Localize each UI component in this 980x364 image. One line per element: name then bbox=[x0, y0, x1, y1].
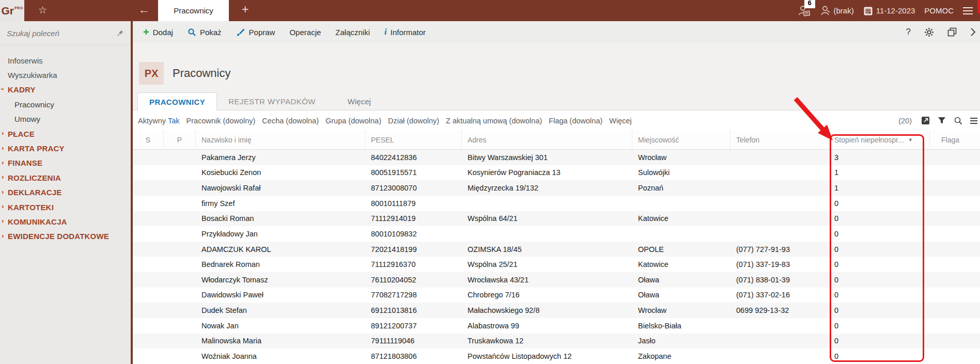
cell-disability-degree: 1 bbox=[829, 168, 930, 177]
table-row[interactable]: ADAMCZUK KAROL 72021418199 OZIMSKA 18/45… bbox=[133, 242, 980, 257]
sidebar-item[interactable]: PŁACE bbox=[0, 126, 131, 141]
cell-name: Malinowska Maria bbox=[196, 337, 365, 345]
filter-item[interactable]: AktywnyTak bbox=[138, 117, 180, 125]
search-list-icon[interactable] bbox=[954, 116, 962, 125]
table-row[interactable]: Nawojowski Rafał 87123008070 Międzyrzeck… bbox=[133, 180, 980, 196]
command-search-row bbox=[0, 21, 131, 45]
sidebar-item[interactable]: Umowy bbox=[0, 112, 131, 126]
app-logo-text: GrPRO bbox=[1, 5, 23, 16]
column-header-pesel[interactable]: PESEL bbox=[365, 131, 462, 149]
help-menu[interactable]: POMOC bbox=[924, 6, 954, 15]
cell-city: OPOLE bbox=[632, 245, 730, 254]
sidebar-item[interactable]: KADRY bbox=[0, 83, 131, 97]
filter-item[interactable]: Flaga (dowolna) bbox=[549, 117, 602, 125]
windows-icon[interactable] bbox=[947, 27, 957, 37]
table-row[interactable]: Dudek Stefan 69121013816 Małachowskiego … bbox=[133, 303, 980, 318]
sidebar-item[interactable]: Infoserwis bbox=[0, 53, 131, 68]
sidebar-item[interactable]: FINANSE bbox=[0, 156, 131, 170]
table-row[interactable]: Włodarczyk Tomasz 76110204052 Wrocławska… bbox=[133, 272, 980, 288]
sidebar-item[interactable]: DEKLARACJE bbox=[0, 185, 131, 200]
filter-item[interactable]: Więcej bbox=[609, 117, 632, 125]
table-row[interactable]: Pakamera Jerzy 84022412836 Bitwy Warszaw… bbox=[133, 150, 980, 165]
back-arrow-icon[interactable]: ← bbox=[138, 3, 150, 17]
column-header-disability-degree[interactable]: Stopień niepełnospr... ▼ bbox=[829, 131, 930, 149]
view-tab[interactable]: PRACOWNICY bbox=[137, 92, 217, 110]
sidebar-item[interactable]: EWIDENCJE DODATKOWE bbox=[0, 229, 131, 244]
calendar-icon bbox=[863, 6, 873, 16]
attachments-menu[interactable]: Załączniki bbox=[335, 28, 370, 37]
filter-item[interactable]: Z aktualną umową (dowolna) bbox=[446, 117, 542, 125]
operations-menu[interactable]: Operacje bbox=[289, 28, 321, 37]
view-tab[interactable]: REJESTR WYPADKÓW bbox=[217, 92, 327, 110]
table-row[interactable]: Bednarek Roman 71112916370 Wspólna 25/21… bbox=[133, 257, 980, 272]
view-tab[interactable]: Więcej bbox=[336, 92, 382, 110]
table-row[interactable]: Nowak Jan 89121200737 Alabastrowa 99 Bie… bbox=[133, 318, 980, 334]
app-logo[interactable]: GrPRO bbox=[0, 0, 24, 21]
record-count: (20) bbox=[898, 117, 912, 125]
sidebar-item[interactable]: Pracownicy bbox=[0, 97, 131, 112]
sidebar-item[interactable]: Wyszukiwarka bbox=[0, 68, 131, 82]
table-row[interactable]: Woźniak Joanna 87121803806 Powstańców Li… bbox=[133, 349, 980, 364]
cell-address: Truskawkowa 12 bbox=[462, 337, 632, 345]
help-icon[interactable]: ? bbox=[906, 27, 911, 37]
cell-phone: (071) 337-02-16 bbox=[730, 291, 829, 299]
sidebar-item[interactable]: KOMUNIKACJA bbox=[0, 214, 131, 229]
sidebar-nav: Infoserwis Wyszukiwarka KADRY Pracownicy… bbox=[0, 45, 131, 244]
cell-disability-degree: 0 bbox=[829, 306, 930, 314]
list-menu-icon[interactable] bbox=[970, 116, 977, 125]
new-tab-plus-icon[interactable]: + bbox=[242, 3, 248, 17]
column-header-phone[interactable]: Telefon bbox=[730, 131, 829, 149]
column-header-flag[interactable]: Flaga bbox=[930, 131, 980, 149]
main-area: + Dodaj Pokaż Popraw Operacje Załączniki… bbox=[133, 21, 980, 364]
open-in-window-icon[interactable] bbox=[921, 116, 930, 125]
filter-item[interactable]: Grupa (dowolna) bbox=[325, 117, 381, 125]
expand-chevron-icon[interactable] bbox=[970, 27, 976, 37]
column-header-address[interactable]: Adres bbox=[462, 131, 632, 149]
add-button[interactable]: + Dodaj bbox=[143, 27, 173, 37]
cell-name: Dudek Stefan bbox=[196, 306, 365, 314]
cell-disability-degree: 0 bbox=[829, 199, 930, 208]
table-row[interactable]: firmy Szef 80010111879 0 bbox=[133, 196, 980, 211]
cell-city: Wrocław bbox=[632, 306, 730, 314]
informator-button[interactable]: i Informator bbox=[384, 27, 426, 37]
sidebar-item[interactable]: ROZLICZENIA bbox=[0, 170, 131, 185]
view-tab-label: Więcej bbox=[348, 97, 371, 106]
filter-label: Grupa (dowolna) bbox=[325, 117, 381, 125]
column-header-p[interactable]: P bbox=[164, 131, 196, 149]
pin-icon[interactable] bbox=[117, 29, 124, 37]
filter-item[interactable]: Pracownik (dowolny) bbox=[186, 117, 256, 125]
table-row[interactable]: Kosiebucki Zenon 80051915571 Kosynierów … bbox=[133, 165, 980, 181]
table-row[interactable]: Dawidowski Paweł 77082717298 Chrobrego 7… bbox=[133, 288, 980, 303]
date-button[interactable]: 11-12-2023 bbox=[863, 6, 915, 16]
command-search-input[interactable] bbox=[7, 29, 117, 38]
gear-icon[interactable] bbox=[924, 27, 934, 37]
table-row[interactable]: Malinowska Maria 79111119046 Truskawkowa… bbox=[133, 334, 980, 349]
column-header-s[interactable]: S bbox=[133, 131, 164, 149]
filter-item[interactable]: Dział (dowolny) bbox=[388, 117, 439, 125]
show-button[interactable]: Pokaż bbox=[188, 28, 222, 37]
cell-pesel: 87123008070 bbox=[365, 184, 462, 192]
sidebar: Infoserwis Wyszukiwarka KADRY Pracownicy… bbox=[0, 21, 131, 364]
cell-disability-degree: 0 bbox=[829, 276, 930, 284]
operator-button[interactable]: (brak) bbox=[820, 5, 854, 17]
sessions-button[interactable]: 6 bbox=[798, 5, 811, 17]
cell-disability-degree: 0 bbox=[829, 352, 930, 360]
sidebar-item[interactable]: KARTA PRACY bbox=[0, 141, 131, 155]
sidebar-item-label: KOMUNIKACJA bbox=[8, 217, 67, 226]
window-tab-pracownicy[interactable]: Pracownicy bbox=[158, 0, 229, 21]
edit-button[interactable]: Popraw bbox=[236, 28, 275, 37]
favorites-star-icon[interactable]: ☆ bbox=[38, 4, 47, 16]
sessions-count-badge: 6 bbox=[804, 0, 815, 8]
cell-phone: (071) 838-01-39 bbox=[730, 276, 829, 284]
column-header-city[interactable]: Miejscowość bbox=[632, 131, 730, 149]
table-row[interactable]: Przykładowy Jan 80010109832 0 bbox=[133, 226, 980, 242]
column-header-name[interactable]: Nazwisko i imię bbox=[196, 131, 365, 149]
chevron-icon bbox=[2, 232, 7, 240]
filter-funnel-icon[interactable] bbox=[938, 117, 946, 124]
main-menu-icon[interactable] bbox=[963, 5, 973, 17]
info-icon: i bbox=[384, 27, 387, 37]
table-row[interactable]: Bosacki Roman 71112914019 Wspólna 64/21 … bbox=[133, 211, 980, 227]
filter-item[interactable]: Cecha (dowolna) bbox=[262, 117, 319, 125]
cell-name: ADAMCZUK KAROL bbox=[196, 245, 365, 254]
sidebar-item[interactable]: KARTOTEKI bbox=[0, 200, 131, 214]
